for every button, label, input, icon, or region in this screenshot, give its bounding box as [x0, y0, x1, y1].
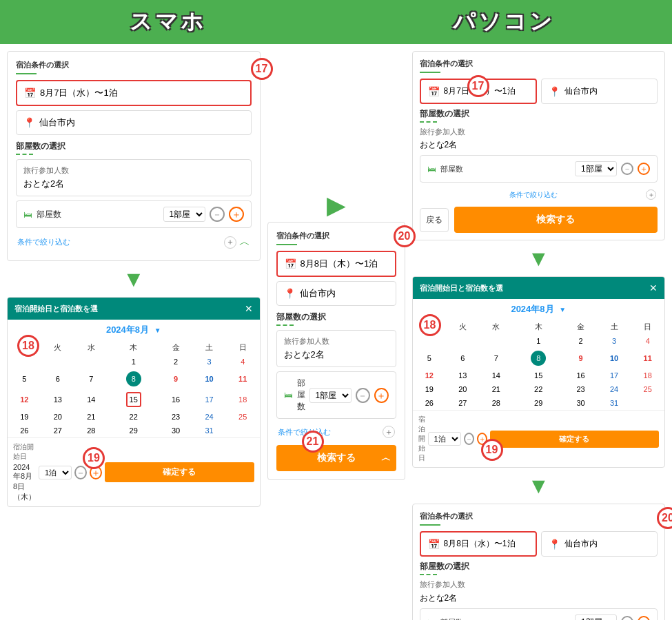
sm-top-section-title: 宿泊条件の選択: [16, 60, 252, 70]
pc-cal-today[interactable]: 8: [531, 351, 546, 366]
pc-bot-location: 📍 仙台市内: [541, 531, 658, 557]
sm-cal-today[interactable]: 8: [126, 371, 141, 386]
sm-arrow-1: ▼: [7, 268, 261, 290]
sm-top-filter-link[interactable]: 条件で絞り込む: [17, 237, 70, 247]
pc-top-section-title: 宿泊条件の選択: [420, 59, 658, 69]
sm-cal-th-tue: 火: [41, 340, 75, 355]
pc-cal-month-arrow[interactable]: ▼: [559, 306, 566, 313]
pc-bot-date-loc-row: 📅 8月8日（水）〜1泊 📍 仙台市内: [420, 531, 658, 557]
pc-top-minus[interactable]: －: [621, 163, 633, 175]
sm-cal-start-label: 宿泊開始日: [13, 442, 36, 462]
sm-bot-calendar-icon: 📅: [285, 258, 296, 269]
pc-cal-nights-select[interactable]: 1泊2泊: [428, 432, 461, 446]
pc-top-plus[interactable]: ＋: [638, 163, 650, 175]
smartphone-top-card: 宿泊条件の選択 📅 8月7日（水）〜1泊 📍 仙台市内 部屋数の選択 旅行参加人…: [7, 51, 261, 261]
sm-top-room-label: 部屋数: [37, 209, 159, 220]
smartphone-header: スマホ: [0, 0, 336, 44]
pc-bot-plus[interactable]: ＋: [638, 616, 650, 620]
pc-top-plus-circle[interactable]: ＋: [646, 189, 656, 200]
pc-top-trav-label: 旅行参加人数: [420, 127, 658, 137]
sm-cal-th-sun: 日: [226, 340, 260, 355]
sm-cal-month: 2024年8月 ▼: [8, 320, 260, 340]
sm-cal-week5: 2627 2829 30 31: [8, 424, 260, 437]
sm-top-minus-btn[interactable]: －: [210, 207, 225, 222]
sm-bottom-card: 宿泊条件の選択 📅 8月8日（木）〜1泊 📍 仙台市内 部屋数の選択 旅行参加人…: [267, 222, 405, 480]
sm-top-traveler-box: 旅行参加人数 おとな2名: [16, 159, 252, 196]
pc-top-btn-row: 戻る 検索する: [420, 207, 658, 233]
pc-top-filter-link[interactable]: 条件で絞り込む: [509, 190, 558, 200]
sm-bot-search-wrapper: 検索する ︿: [276, 445, 396, 471]
sm-bot-plus-circle[interactable]: ＋: [383, 426, 395, 438]
sm-bot-room-divider: [276, 324, 294, 326]
pc-calendar-area: 宿泊開始日と宿泊数を選 ✕ 2024年8月 ▼ 月火 水木 金: [412, 276, 666, 468]
pc-top-traveler-box: 旅行参加人数 おとな2名: [420, 127, 658, 151]
sm-bot-search-btn[interactable]: 検索する ︿: [276, 445, 396, 471]
sm-cal-th-wed: 水: [74, 340, 108, 355]
pc-cal-week5: 2627 2829 30 31: [413, 396, 665, 410]
pc-top-room-divider: [420, 121, 437, 123]
pc-top-cal-icon: 📅: [428, 86, 440, 97]
sm-bot-date-field[interactable]: 📅 8月8日（木）〜1泊: [276, 251, 396, 277]
sm-bot-plus-btn[interactable]: ＋: [374, 388, 389, 403]
sm-cal-week4: 1920 2122 23 24 25: [8, 410, 260, 424]
pc-cal-title: 宿泊開始日と宿泊数を選: [420, 283, 503, 293]
pc-header: パソコン: [336, 0, 673, 44]
step-21-badge-mid: 21: [302, 431, 324, 453]
sm-cal-close[interactable]: ✕: [245, 303, 253, 314]
pc-bot-room-title: 部屋数の選択: [420, 561, 658, 572]
sm-cal-confirm-btn[interactable]: 確定する: [105, 462, 254, 482]
sm-top-location-value: 仙台市内: [39, 116, 75, 129]
pc-top-loc-value: 仙台市内: [564, 85, 598, 97]
spacer-top: [267, 51, 405, 189]
pc-cal-close[interactable]: ✕: [649, 282, 658, 293]
sm-cal-title: 宿泊開始日と宿泊数を選: [14, 304, 98, 314]
pc-cal-week2: 5 6 7 8 9 10 11: [413, 348, 665, 369]
sm-bot-room-select[interactable]: 1部屋: [309, 388, 352, 403]
sm-top-chevron[interactable]: ︿: [239, 235, 250, 249]
pc-bot-minus[interactable]: －: [621, 616, 633, 620]
sm-bot-minus-btn[interactable]: －: [356, 388, 370, 403]
sm-bot-room-icon: 🛏: [284, 390, 293, 400]
pc-arrow-1: ▼: [412, 247, 666, 269]
sm-bot-chevron-icon: ︿: [381, 452, 391, 464]
sm-cal-minus[interactable]: －: [74, 466, 87, 479]
sm-bot-traveler-label: 旅行参加人数: [284, 336, 389, 347]
sm-bot-underline: [276, 244, 297, 245]
pc-bot-date-field[interactable]: 📅 8月8日（水）〜1泊: [420, 531, 538, 557]
sm-bot-filter-row: 条件で絞り込む ＋: [276, 423, 396, 441]
sm-bot-location-value: 仙台市内: [300, 287, 336, 300]
pc-top-room-title: 部屋数の選択: [420, 108, 658, 120]
sm-top-filter-row: 条件で絞り込む ＋ ︿: [16, 232, 252, 252]
sm-cal-week1: 1 2 3 4: [8, 355, 260, 369]
pc-top-room-label: 部屋数: [440, 164, 571, 174]
pc-cal-confirm-btn[interactable]: 確定する: [490, 431, 660, 448]
sm-top-room-select[interactable]: 1部屋 2部屋: [163, 207, 205, 222]
smartphone-section: 宿泊条件の選択 📅 8月7日（水）〜1泊 📍 仙台市内 部屋数の選択 旅行参加人…: [7, 51, 261, 620]
pc-bot-room-select[interactable]: 1部屋: [575, 614, 617, 620]
pc-top-room-select[interactable]: 1部屋: [575, 161, 617, 176]
sm-top-filter-controls: ＋ ︿: [224, 235, 250, 249]
pc-cal-header: 宿泊開始日と宿泊数を選 ✕: [413, 277, 665, 299]
sm-cal-week2: 5 6 7 8 9 10 11: [8, 369, 260, 389]
sm-top-plus-btn[interactable]: ＋: [229, 207, 244, 222]
sm-top-plus-circle[interactable]: ＋: [224, 236, 236, 249]
pc-top-room-row: 🛏 部屋数 1部屋 － ＋: [420, 155, 658, 183]
sm-cal-nights-select[interactable]: 1泊2泊3泊: [39, 466, 72, 479]
sm-top-date-field[interactable]: 📅 8月7日（水）〜1泊: [16, 80, 252, 106]
pc-top-underline: [420, 72, 440, 73]
pc-cal-grid: 月火 水木 金 土 日 1 2: [413, 320, 665, 410]
step-17-badge-left: 17: [251, 58, 273, 80]
sm-cal-selected[interactable]: 15: [126, 392, 141, 407]
sm-bot-traveler-value: おとな2名: [284, 349, 389, 361]
pc-bot-section-title: 宿泊条件の選択: [420, 511, 658, 521]
sm-cal-month-arrow[interactable]: ▼: [154, 327, 161, 334]
pc-cal-minus[interactable]: －: [464, 433, 474, 445]
pc-bot-loc-icon: 📍: [549, 539, 560, 550]
pc-top-back-btn[interactable]: 戻る: [420, 208, 449, 232]
sm-bot-traveler-box: 旅行参加人数 おとな2名: [276, 330, 396, 367]
pc-top-card: 宿泊条件の選択 📅 8月7日（水）〜1泊 📍 仙台市内 部屋数の選択: [412, 51, 666, 240]
pc-section: 宿泊条件の選択 📅 8月7日（水）〜1泊 📍 仙台市内 部屋数の選択: [412, 51, 666, 620]
sm-bot-location-icon: 📍: [284, 288, 296, 299]
pc-title: パソコン: [336, 7, 673, 37]
pc-top-search-btn[interactable]: 検索する: [454, 207, 658, 233]
